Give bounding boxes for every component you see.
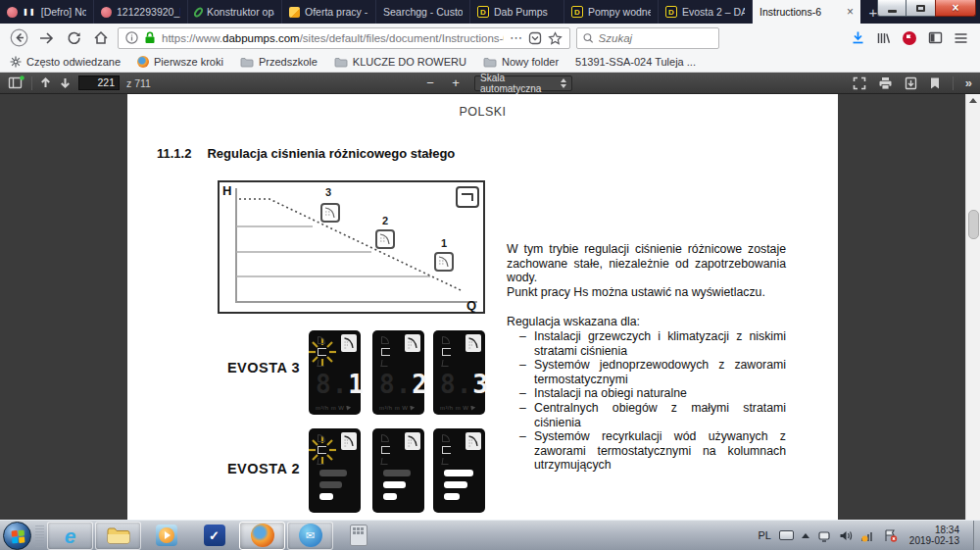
- page-header: POLSKI: [127, 105, 838, 119]
- list-item: –Centralnych obiegów z małymi stratami c…: [507, 401, 786, 429]
- menu-icon[interactable]: [954, 32, 968, 44]
- evosta2-display-2: [372, 428, 424, 513]
- page-up-icon[interactable]: [39, 76, 52, 89]
- media-player-icon: [156, 525, 177, 546]
- url-bar[interactable]: https://www.dabpumps.com/sites/default/f…: [118, 27, 570, 49]
- bookmark-star-icon[interactable]: [548, 31, 563, 45]
- adblock-icon[interactable]: [902, 30, 917, 46]
- mini-curve-icon: [320, 203, 340, 223]
- zoom-in-button[interactable]: +: [449, 75, 463, 90]
- tab-dab-pumps[interactable]: D Dab Pumps: [470, 0, 564, 24]
- curve-type-icon: [466, 432, 481, 450]
- network-icon[interactable]: [860, 529, 875, 542]
- curve-type-icon: [341, 432, 357, 450]
- tab-title: Instructions-6: [760, 6, 840, 18]
- pdf-toolbar-left: 221 z 711: [0, 75, 151, 90]
- info-icon[interactable]: [125, 31, 138, 44]
- scroll-up-button[interactable]: [966, 94, 980, 107]
- bookmark-first-steps[interactable]: Pierwsze kroki: [137, 56, 223, 68]
- bookmark-folder-klucze[interactable]: KLUCZE DO ROWERU: [334, 56, 466, 68]
- bookmark-ribbon-icon[interactable]: [929, 76, 941, 90]
- tab-title: 1212293920_IMG: [117, 6, 180, 18]
- lock-icon[interactable]: [144, 31, 156, 44]
- tab-instructions-active[interactable]: Instructions-6 ×: [753, 0, 860, 24]
- scale-select[interactable]: Skala automatyczna: [474, 75, 572, 91]
- bookmark-folder-przedszkole[interactable]: Przedszkole: [240, 56, 318, 68]
- proportional-icon: [381, 458, 389, 465]
- volume-icon[interactable]: [839, 529, 853, 542]
- taskbar-explorer-button[interactable]: [95, 522, 141, 550]
- berry-favicon: [101, 7, 112, 18]
- units-row: m³/h m W: [316, 405, 351, 411]
- start-button[interactable]: [3, 522, 31, 550]
- reload-button[interactable]: [63, 27, 84, 49]
- tab-searchgg[interactable]: Searchgg - Custom S: [376, 0, 470, 24]
- tab-pompy-wodne[interactable]: D Pompy wodne C: [564, 0, 659, 24]
- proportional-icon: [318, 360, 325, 367]
- search-input[interactable]: [599, 32, 712, 44]
- taskbar-thunderbird-button[interactable]: ✉: [287, 522, 333, 550]
- zoom-out-button[interactable]: −: [423, 75, 437, 90]
- tab-close-icon[interactable]: ×: [847, 5, 854, 19]
- pocket-icon[interactable]: [528, 31, 542, 45]
- presentation-mode-icon[interactable]: [853, 76, 866, 90]
- bookmark-folder-nowy[interactable]: Nowy folder: [483, 56, 559, 68]
- taskbar-ie-button[interactable]: e: [47, 522, 93, 550]
- tab-defro[interactable]: ❚❚ [Defro] Nowa: [0, 0, 94, 24]
- show-desktop-button[interactable]: [973, 521, 980, 550]
- tab-evosta2[interactable]: D Evosta 2 – DAB E: [659, 0, 753, 24]
- page-down-icon[interactable]: [59, 76, 72, 89]
- thunderbird-icon: ✉: [299, 524, 322, 547]
- tray-clock[interactable]: 18:34 2019-02-13: [906, 525, 959, 547]
- curve-label-2: 2: [382, 215, 388, 226]
- maximize-button[interactable]: [906, 0, 935, 17]
- pdf-page: POLSKI 11.1.2 Regulacja ciśnienia różnic…: [127, 94, 838, 520]
- close-window-button[interactable]: ×: [935, 0, 976, 17]
- curve-label-1: 1: [441, 237, 447, 249]
- constant-pressure-mode-icon: [456, 186, 479, 208]
- toggle-sidebar-icon[interactable]: [8, 75, 24, 90]
- minimize-button[interactable]: [877, 0, 906, 17]
- scroll-thumb[interactable]: [968, 210, 979, 239]
- max-curve-icon: [442, 434, 450, 442]
- bookmark-tuleja[interactable]: 51391-SSA-024 Tuleja ...: [575, 56, 696, 68]
- device-icon[interactable]: [817, 529, 831, 542]
- fan-icon: [470, 406, 475, 411]
- tab-image[interactable]: 1212293920_IMG: [94, 0, 188, 24]
- taskbar-sync-button[interactable]: ✓: [191, 522, 237, 550]
- more-tools-button[interactable]: »: [965, 75, 972, 90]
- bookmark-label: Nowy folder: [502, 56, 559, 68]
- taskbar-calculator-button[interactable]: [335, 522, 381, 550]
- proportional-icon: [318, 458, 325, 465]
- language-indicator[interactable]: PL: [758, 529, 770, 541]
- curve-type-icon: [405, 432, 420, 450]
- tab-oferta-pracy[interactable]: Oferta pracy - Br: [282, 0, 376, 24]
- paragraph: Punkt pracy Hs można ustawić na wyświetl…: [507, 285, 786, 300]
- mode-icons: [381, 336, 390, 367]
- keyboard-layout-icon[interactable]: [779, 530, 794, 540]
- page-number-input[interactable]: 221: [78, 75, 120, 90]
- system-tray: PL 18:34 2019-02-13: [758, 521, 980, 550]
- bookmark-frequent[interactable]: Często odwiedzane: [10, 56, 121, 68]
- action-center-flag-icon[interactable]: [883, 529, 898, 542]
- max-curve-icon: [442, 336, 450, 344]
- save-icon[interactable]: [905, 76, 917, 90]
- sidebar-icon[interactable]: [928, 31, 943, 44]
- constant-pressure-icon: [442, 446, 451, 454]
- back-button[interactable]: [8, 27, 29, 49]
- tab-konstruktor[interactable]: Konstruktor opa: [188, 0, 282, 24]
- taskbar-wmp-button[interactable]: [143, 522, 189, 550]
- home-icon: [93, 30, 109, 45]
- pdf-scrollbar[interactable]: [965, 94, 980, 520]
- download-icon[interactable]: [851, 30, 865, 45]
- search-box[interactable]: [576, 27, 719, 49]
- forward-button[interactable]: [35, 27, 57, 49]
- show-hidden-icons-button[interactable]: [802, 533, 809, 538]
- taskbar-firefox-button[interactable]: [239, 522, 285, 550]
- hq-diagram: H Q 3 2 1: [218, 180, 485, 314]
- library-icon[interactable]: [876, 31, 891, 45]
- home-button[interactable]: [90, 27, 112, 49]
- seven-segment-display: 8.2: [379, 370, 428, 399]
- print-icon[interactable]: [878, 76, 893, 90]
- page-actions-icon[interactable]: ⋯: [510, 30, 522, 45]
